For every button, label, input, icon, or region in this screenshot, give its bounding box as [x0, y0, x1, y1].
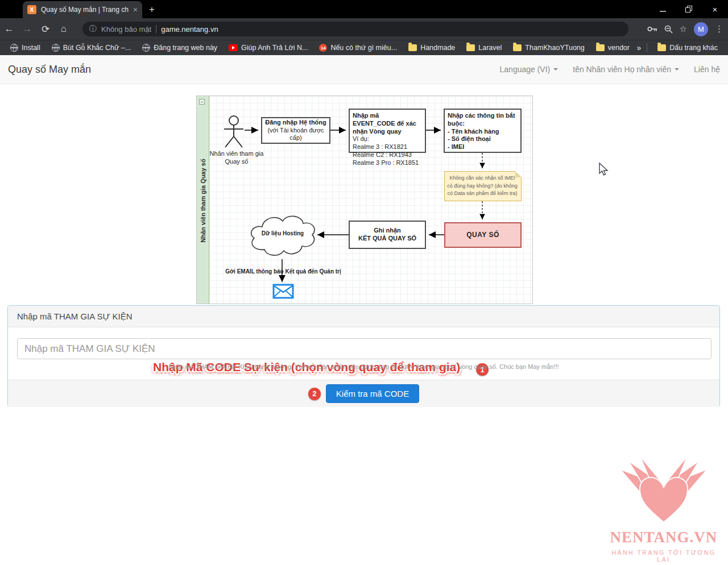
globe-icon	[52, 44, 60, 52]
email-note-label: Gởi EMAIL thông báo Kết quả đến Quản trị	[214, 268, 353, 275]
window-controls: ×	[650, 0, 728, 18]
book-heart-icon	[613, 454, 715, 526]
browser-tab[interactable]: X Quay số May mắn | Trang chủ ×	[23, 1, 142, 18]
bookmark-folder[interactable]: Handmade	[404, 43, 460, 53]
bookmarks-overflow-icon[interactable]: »	[636, 43, 641, 52]
reload-icon[interactable]: ⟳	[36, 23, 55, 35]
minimize-button[interactable]	[650, 0, 676, 18]
bookmark-folder[interactable]: ThamKhaoYTuong	[508, 43, 589, 53]
check-code-button[interactable]: Kiểm tra mã CODE	[326, 384, 419, 403]
folder-icon	[408, 44, 417, 51]
home-icon[interactable]: ⌂	[55, 23, 73, 35]
site-nav-links: Language (VI) tên Nhân viên Họ nhân viên…	[500, 65, 720, 74]
chevron-down-icon	[675, 68, 679, 70]
menu-dots-icon[interactable]: ⋮	[715, 24, 723, 34]
panel-footer: 2 Kiểm tra mã CODE	[8, 380, 719, 407]
folder-icon	[466, 44, 475, 51]
flow-note-imei: Không cần xác nhận số IMEI có đúng hay k…	[444, 171, 522, 201]
badge-14-icon: 14	[319, 44, 327, 52]
restore-button[interactable]	[676, 0, 702, 18]
flow-box-login: Đăng nhập Hệ thống (với Tài khoản được c…	[261, 117, 330, 144]
folder-icon	[513, 44, 522, 51]
cloud-label: Dữ liệu Hosting	[251, 230, 314, 236]
language-dropdown[interactable]: Language (VI)	[500, 65, 559, 74]
globe-icon	[10, 44, 18, 52]
actor-icon	[214, 115, 254, 149]
panel-body: Nhập Mã CODE Sự kiện (chọn vòng quay để …	[8, 327, 719, 380]
folder-icon	[657, 44, 666, 51]
other-bookmarks[interactable]: Dấu trang khác	[653, 43, 722, 53]
bookmark-folder[interactable]: vendor	[592, 43, 634, 53]
globe-icon	[142, 44, 150, 52]
nentang-logo: NENTANG.VN HÀNH TRANG TỚI TƯƠNG LAI	[604, 454, 723, 563]
close-button[interactable]: ×	[702, 0, 728, 18]
tab-title: Quay số May mắn | Trang chủ	[41, 6, 129, 14]
panel-title: Nhập mã THAM GIA SỰ KIỆN	[17, 311, 133, 321]
bookmark-folder[interactable]: Laravel	[462, 43, 506, 53]
bookmarks-bar: Install Bút Gỗ Khắc Chữ –... Đăng trang …	[0, 40, 728, 55]
security-label: Không bảo mật	[101, 25, 151, 34]
restore-icon	[685, 6, 692, 13]
mouse-cursor	[598, 163, 610, 176]
browser-titlebar: X Quay số May mắn | Trang chủ × + ×	[0, 0, 728, 18]
youtube-icon	[229, 44, 238, 51]
back-icon[interactable]: ←	[0, 23, 18, 35]
key-icon[interactable]	[647, 26, 657, 32]
chevron-down-icon	[553, 68, 558, 70]
flow-box-spin: QUAY SỐ	[444, 222, 522, 248]
contact-link[interactable]: Liên hệ	[694, 65, 720, 74]
event-code-panel: Nhập mã THAM GIA SỰ KIỆN Nhập Mã CODE Sự…	[7, 305, 720, 407]
xampp-favicon-icon: X	[27, 5, 36, 14]
site-navbar: Quay số May mắn Language (VI) tên Nhân v…	[0, 55, 728, 84]
step-2-badge: 2	[308, 388, 321, 400]
tab-close-icon[interactable]: ×	[133, 6, 138, 14]
bookmark-item[interactable]: Đăng trang web này	[138, 43, 222, 53]
bookmark-item[interactable]: 14Nếu có thứ gì miêu...	[315, 43, 402, 53]
folder-icon	[596, 44, 605, 51]
address-divider	[156, 25, 156, 33]
email-envelope-icon	[272, 284, 294, 299]
panel-header: Nhập mã THAM GIA SỰ KIỆN	[8, 306, 719, 327]
flow-box-event-code: Nhập mã EVENT_CODE để xác nhận Vòng quay…	[349, 109, 426, 153]
bookmark-star-icon[interactable]: ☆	[680, 24, 687, 34]
browser-toolbar: ← → ⟳ ⌂ ⓘ Không bảo mật game.nentang.vn …	[0, 18, 728, 40]
bookmarks-separator	[647, 43, 647, 52]
flow-box-record-result: Ghi nhận KẾT QUẢ QUAY SỐ	[349, 221, 426, 249]
minimize-icon	[660, 6, 666, 13]
url-text: game.nentang.vn	[161, 25, 218, 34]
flowchart-image: Nhân viên tham gia Quay số −	[196, 95, 533, 304]
address-bar[interactable]: ⓘ Không bảo mật game.nentang.vn	[82, 22, 628, 36]
logo-subtitle: HÀNH TRANG TỚI TƯƠNG LAI	[604, 549, 723, 563]
bookmark-item[interactable]: Bút Gỗ Khắc Chữ –...	[47, 43, 136, 53]
helper-text: Nhập mã THAM GIA SỰ KIỆN trúng thưởng. V…	[8, 363, 719, 370]
info-icon[interactable]: ⓘ	[89, 24, 97, 34]
user-dropdown[interactable]: tên Nhân viên Họ nhân viên	[573, 65, 679, 74]
profile-avatar[interactable]: M	[694, 22, 708, 36]
screen: X Quay số May mắn | Trang chủ × + × ← → …	[0, 0, 728, 565]
actor-label: Nhân viên tham gia Quay số	[202, 149, 271, 166]
event-code-input[interactable]	[17, 338, 712, 359]
bookmark-item[interactable]: Giúp Anh Trả Lời N...	[224, 43, 312, 53]
toolbar-right: ☆ M ⋮	[647, 18, 723, 40]
zoom-out-icon[interactable]	[664, 25, 673, 34]
forward-icon[interactable]: →	[18, 23, 36, 35]
site-brand[interactable]: Quay số May mắn	[8, 64, 91, 76]
bookmark-item[interactable]: Install	[6, 43, 45, 53]
flow-box-required-info: Nhập các thông tin bắt buộc: - Tên khách…	[444, 109, 522, 153]
new-tab-button[interactable]: +	[149, 4, 155, 15]
logo-title: NENTANG.VN	[604, 529, 723, 546]
